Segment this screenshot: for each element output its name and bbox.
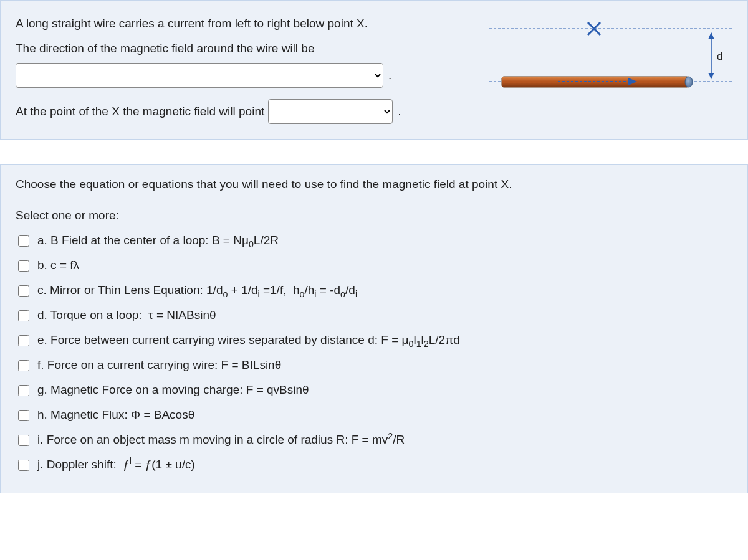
- d-label: d: [717, 50, 722, 62]
- wire-diagram: d: [489, 13, 732, 107]
- option-row: j. Doppler shift: ƒl = ƒ(1 ± u/c): [16, 453, 732, 478]
- option-checkbox-d[interactable]: [18, 310, 29, 321]
- option-checkbox-g[interactable]: [18, 385, 29, 396]
- option-label: i. Force on an object mass m moving in a…: [37, 433, 405, 447]
- q1-line2: The direction of the magnetic field arou…: [16, 38, 471, 59]
- option-row: c. Mirror or Thin Lens Equation: 1/do + …: [16, 278, 732, 303]
- option-label: f. Force on a current carrying wire: F =…: [37, 358, 281, 372]
- option-label: j. Doppler shift: ƒl = ƒ(1 ± u/c): [37, 458, 195, 472]
- direction-select[interactable]: [16, 63, 383, 88]
- q1-text-block: A long straight wire carries a current f…: [16, 13, 471, 124]
- option-row: i. Force on an object mass m moving in a…: [16, 428, 732, 453]
- option-checkbox-j[interactable]: [18, 460, 29, 471]
- period-1: .: [388, 69, 391, 82]
- option-checkbox-e[interactable]: [18, 335, 29, 346]
- option-label: h. Magnetic Flux: Φ = BAcosθ: [37, 408, 194, 422]
- option-label: g. Magnetic Force on a moving charge: F …: [37, 383, 309, 397]
- diagram-svg: d: [489, 13, 732, 107]
- option-checkbox-h[interactable]: [18, 410, 29, 421]
- q1-dropdown-row-2: At the point of the X the magnetic field…: [16, 99, 471, 124]
- option-row: e. Force between current carrying wires …: [16, 328, 732, 353]
- period-2: .: [398, 105, 401, 118]
- option-checkbox-a[interactable]: [18, 235, 29, 247]
- option-label: c. Mirror or Thin Lens Equation: 1/do + …: [37, 283, 357, 297]
- option-checkbox-c[interactable]: [18, 285, 29, 297]
- options-list: a. B Field at the center of a loop: B = …: [16, 229, 732, 478]
- q1-dropdown-row-1: .: [16, 63, 471, 88]
- option-label: d. Torque on a loop: τ = NIABsinθ: [37, 308, 216, 322]
- option-row: a. B Field at the center of a loop: B = …: [16, 229, 732, 254]
- question-2-panel: Choose the equation or equations that yo…: [0, 164, 748, 493]
- point-direction-select[interactable]: [268, 99, 393, 124]
- option-checkbox-f[interactable]: [18, 360, 29, 371]
- option-row: g. Magnetic Force on a moving charge: F …: [16, 378, 732, 403]
- q2-prompt: Choose the equation or equations that yo…: [16, 178, 732, 191]
- option-row: f. Force on a current carrying wire: F =…: [16, 353, 732, 378]
- option-row: h. Magnetic Flux: Φ = BAcosθ: [16, 403, 732, 428]
- q1-line3-prefix: At the point of the X the magnetic field…: [16, 105, 264, 118]
- option-label: b. c = fλ: [37, 259, 79, 272]
- option-checkbox-i[interactable]: [18, 435, 29, 446]
- option-label: a. B Field at the center of a loop: B = …: [37, 234, 279, 247]
- q2-instruction: Select one or more:: [16, 209, 732, 222]
- question-1-panel: A long straight wire carries a current f…: [0, 0, 748, 140]
- option-row: b. c = fλ: [16, 254, 732, 278]
- option-row: d. Torque on a loop: τ = NIABsinθ: [16, 303, 732, 328]
- option-label: e. Force between current carrying wires …: [37, 333, 460, 347]
- option-checkbox-b[interactable]: [18, 260, 29, 272]
- q1-line1: A long straight wire carries a current f…: [16, 13, 471, 34]
- wire-end-cap: [685, 77, 693, 87]
- q1-layout: A long straight wire carries a current f…: [16, 13, 732, 124]
